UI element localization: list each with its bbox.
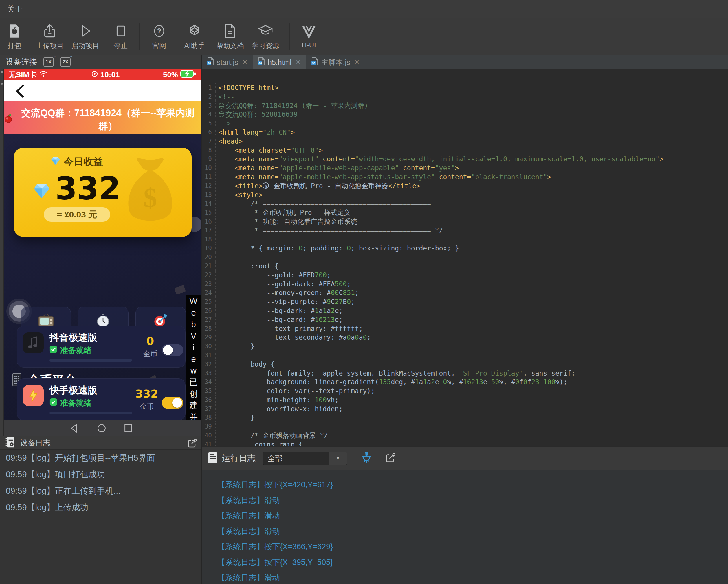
- webview-created-overlay: WebView已创建并加载本地文⋮: [186, 295, 201, 421]
- run-log-icon: [208, 452, 218, 465]
- learning-button[interactable]: 学习资源: [248, 21, 283, 52]
- platform-card-douyin: 抖音极速版 准备就绪 0 金币: [17, 326, 186, 368]
- tab-startjs[interactable]: JS start.js: [202, 55, 253, 70]
- toolbar-label: AI助手: [184, 41, 205, 50]
- run-log-entry: 【系统日志】滑动: [202, 493, 728, 508]
- toolbar-label: 打包: [7, 41, 21, 50]
- export-icon[interactable]: [187, 438, 198, 450]
- code-line: 37 overflow-x: hidden;: [202, 405, 728, 413]
- upload-icon: [42, 23, 57, 39]
- graduation-cap-icon: [257, 23, 274, 39]
- run-log-header: 运行日志 全部: [202, 447, 728, 470]
- money-bag-icon: [263, 182, 269, 189]
- device-log-header: 设备日志: [0, 436, 202, 450]
- svg-text:?: ?: [157, 27, 161, 35]
- android-nav-bar: [4, 421, 201, 436]
- android-back-icon[interactable]: [70, 423, 79, 434]
- apple-package-icon: [7, 23, 22, 39]
- toolbar-label: 启动项目: [72, 41, 99, 50]
- yarn-icon: [218, 111, 224, 117]
- toolbar-separator: [139, 23, 140, 50]
- battery-icon: [180, 70, 196, 80]
- ai-assistant-button[interactable]: AI助手: [177, 21, 212, 52]
- code-line: 39: [202, 422, 728, 431]
- device-log-icon: [5, 436, 16, 449]
- code-line: 22 --gold: #FFD700;: [202, 271, 728, 280]
- platform-title: 快手极速版: [50, 384, 97, 397]
- device-log-list[interactable]: 09:59【log】开始打包项目--苹果H5界面09:59【log】项目打包成功…: [0, 450, 202, 584]
- platform-toggle[interactable]: [162, 344, 183, 356]
- platform-card-kuaishou: 快手极速版 准备就绪 332 金币: [17, 378, 186, 421]
- code-line: 2<!--: [202, 92, 728, 101]
- tab-main-script[interactable]: JS 主脚本.js: [306, 55, 364, 70]
- zoom-1x-button[interactable]: 1X″: [44, 57, 54, 67]
- tab-close-icon[interactable]: [295, 58, 301, 66]
- platform-progress-bar: [50, 412, 132, 414]
- code-line: 8 <meta charset="UTF-8">: [202, 146, 728, 155]
- code-line: 32 body {: [202, 360, 728, 369]
- code-line: 11 <meta name="apple-mobile-web-app-stat…: [202, 173, 728, 181]
- hui-button[interactable]: H-UI: [291, 21, 326, 52]
- rail-handle[interactable]: [1, 177, 3, 194]
- log-filter-value: 全部: [263, 452, 329, 465]
- platform-status: 准备就绪: [60, 345, 92, 356]
- code-line: 25 --vip-purple: #9C27B0;: [202, 297, 728, 306]
- toolbar-label: 上传项目: [36, 41, 64, 50]
- code-line: 26 --bg-dark: #1a1a2e;: [202, 306, 728, 315]
- help-docs-button[interactable]: 帮助文档: [213, 21, 248, 52]
- run-log-entry: 【系统日志】按下{X=366,Y=629}: [202, 539, 728, 555]
- tab-h5html[interactable]: JS h5.html: [253, 55, 306, 70]
- code-editor[interactable]: 1<!DOCTYPE html>2<!--3交流QQ群: 711841924 (…: [202, 70, 728, 447]
- device-screen-mirror[interactable]: 无SIM卡 10:01 50% 交流QQ群：711841924（群一--苹果内测…: [4, 69, 201, 421]
- code-line: 3交流QQ群: 711841924 (群一 - 苹果内测群): [202, 101, 728, 110]
- run-log-entry: 【系统日志】滑动: [202, 508, 728, 524]
- menu-item-about[interactable]: 关于: [0, 4, 29, 14]
- app-window: 关于 打包 上传项目 启动项目 停止 ? 官网 AI助手 帮: [0, 0, 728, 584]
- earnings-label: 今日收益: [64, 155, 103, 169]
- gem-icon: [51, 156, 60, 168]
- clear-log-brush-icon[interactable]: [360, 451, 372, 465]
- check-icon: [50, 346, 57, 355]
- tab-close-icon[interactable]: [242, 58, 248, 66]
- code-line: 14 /* ==================================…: [202, 199, 728, 208]
- back-chevron-icon[interactable]: [15, 84, 25, 99]
- rail-marker: [1, 71, 3, 73]
- export-icon[interactable]: [385, 452, 396, 465]
- device-log-title: 设备日志: [20, 438, 50, 448]
- left-rail: [0, 55, 4, 436]
- code-line: 31: [202, 351, 728, 360]
- code-line: 16 * 功能: 自动化看广告撸金币系统: [202, 217, 728, 226]
- code-line: 13 <style>: [202, 191, 728, 200]
- android-recents-icon[interactable]: [124, 423, 133, 434]
- log-filter-select[interactable]: 全部: [263, 452, 347, 465]
- tab-close-icon[interactable]: [354, 58, 359, 66]
- qq-group-banner: 交流QQ群：711841924（群一--苹果内测群） 528816639: [4, 101, 201, 134]
- earnings-card: 今日收益 332 ≈ ¥0.03 元 $: [14, 148, 192, 237]
- play-icon: [78, 23, 93, 39]
- yarn-icon: [218, 103, 224, 108]
- svg-text:JS: JS: [312, 61, 315, 65]
- zoom-2x-button[interactable]: 2X″: [60, 57, 71, 67]
- android-home-icon[interactable]: [97, 423, 106, 434]
- code-line: 35 color: var(--text-primary);: [202, 386, 728, 396]
- code-line: 19 * { margin: 0; padding: 0; box-sizing…: [202, 244, 728, 253]
- rail-marker: [1, 82, 3, 84]
- code-line: 28 --text-primary: #ffffff;: [202, 324, 728, 333]
- run-log-list[interactable]: 【系统日志】按下{X=420,Y=617}【系统日志】滑动【系统日志】滑动【系统…: [202, 470, 728, 584]
- upload-project-button[interactable]: 上传项目: [32, 21, 67, 52]
- chevron-down-icon[interactable]: [329, 452, 347, 465]
- platform-toggle[interactable]: [162, 397, 183, 409]
- start-project-button[interactable]: 启动项目: [68, 21, 103, 52]
- code-line: 15 * 金币收割机 Pro - 样式定义: [202, 208, 728, 217]
- question-circle-icon: ?: [152, 23, 166, 39]
- device-log-entry: 09:59【log】上传成功: [0, 499, 202, 516]
- svg-text:JS: JS: [208, 61, 211, 65]
- run-log-entry: 【系统日志】滑动: [202, 524, 728, 539]
- carrier-label: 无SIM卡: [8, 70, 37, 80]
- package-button[interactable]: 打包: [0, 21, 32, 52]
- website-button[interactable]: ? 官网: [142, 21, 177, 52]
- stop-button[interactable]: 停止: [103, 21, 138, 52]
- code-line: 12 <title> 金币收割机 Pro - 自动化撸金币神器</title>: [202, 181, 728, 191]
- code-line: 38 }: [202, 413, 728, 422]
- menu-bar: 关于: [0, 0, 728, 18]
